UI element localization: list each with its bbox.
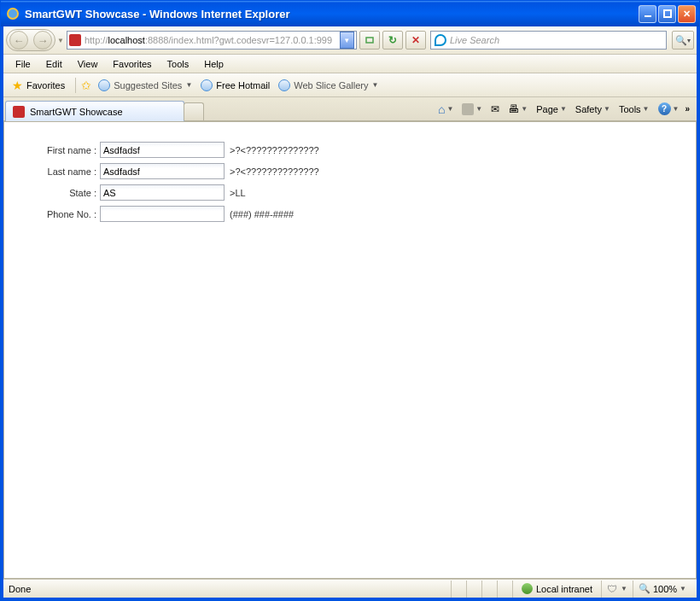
protected-mode[interactable]: 🛡 ▼: [601, 581, 633, 598]
back-button[interactable]: ←: [9, 31, 28, 50]
add-favorite-icon[interactable]: ✩: [81, 79, 91, 92]
status-panes: [451, 581, 512, 598]
refresh-button[interactable]: ↻: [382, 31, 403, 50]
close-button[interactable]: ✕: [678, 5, 696, 23]
suggested-label: Suggested Sites: [114, 80, 182, 90]
zoom-level: 100%: [653, 584, 677, 594]
phone-input[interactable]: [100, 206, 225, 222]
page-content: First name : >?<?????????????? Last name…: [3, 121, 697, 579]
forward-button[interactable]: →: [33, 31, 52, 50]
print-button[interactable]: 🖶▼: [505, 101, 530, 117]
form-row-firstname: First name : >?<??????????????: [33, 139, 667, 160]
firstname-hint: >?<??????????????: [225, 145, 319, 155]
free-hotmail-link[interactable]: Free Hotmail: [199, 78, 271, 93]
webslice-label: Web Slice Gallery: [294, 80, 368, 90]
help-icon: ?: [658, 102, 671, 115]
menu-bar: File Edit View Favorites Tools Help: [3, 55, 697, 73]
overflow-chevron[interactable]: »: [685, 104, 690, 114]
zoom-icon: 🔍: [639, 583, 650, 594]
web-slice-link[interactable]: Web Slice Gallery ▼: [277, 78, 380, 93]
maximize-button[interactable]: [658, 5, 676, 23]
status-pane: [481, 581, 497, 598]
status-text: Done: [9, 584, 451, 594]
home-button[interactable]: ⌂▼: [435, 101, 456, 118]
minimize-button[interactable]: [639, 5, 656, 23]
printer-icon: 🖶: [508, 102, 519, 115]
globe-icon: [522, 583, 533, 594]
menu-tools[interactable]: Tools: [160, 57, 196, 71]
url-scheme: http://: [85, 35, 108, 45]
read-mail-button[interactable]: ✉: [488, 102, 502, 117]
mail-icon: ✉: [491, 103, 499, 115]
help-button[interactable]: ?▼: [656, 101, 682, 117]
ie-icon: [278, 79, 290, 91]
star-icon: ★: [12, 79, 23, 92]
phone-hint: (###) ###-####: [225, 209, 294, 219]
status-bar: Done Local intranet 🛡 ▼ 🔍 100% ▼: [3, 579, 697, 598]
zone-label: Local intranet: [536, 584, 592, 594]
command-bar: ⌂▼ ▼ ✉ 🖶▼ Page ▼ Safety ▼ Tools ▼ ?▼ »: [204, 97, 695, 120]
form-row-phone: Phone No. : (###) ###-####: [33, 203, 667, 225]
compat-view-button[interactable]: [359, 31, 380, 50]
ie-icon: [98, 79, 110, 91]
search-bar[interactable]: Live Search: [430, 31, 667, 50]
tab-active[interactable]: SmartGWT Showcase: [5, 101, 184, 121]
home-icon: ⌂: [438, 102, 445, 116]
search-go-button[interactable]: 🔍▾: [672, 31, 694, 50]
tab-favicon: [13, 106, 25, 118]
address-bar[interactable]: http://localhost:8888/index.html?gwt.cod…: [67, 31, 357, 50]
site-icon: [69, 34, 81, 46]
menu-edit[interactable]: Edit: [39, 57, 69, 71]
separator: [75, 78, 76, 93]
state-input[interactable]: [100, 184, 225, 201]
bing-icon: [435, 34, 446, 46]
zoom-control[interactable]: 🔍 100% ▼: [633, 581, 691, 598]
lastname-label: Last name :: [33, 166, 100, 177]
safety-label: Safety: [575, 104, 602, 114]
firstname-label: First name :: [33, 145, 100, 155]
stop-button[interactable]: ✕: [405, 31, 426, 50]
new-tab-button[interactable]: [184, 102, 204, 120]
state-hint: >LL: [225, 188, 246, 198]
chevron-down-icon: ▼: [371, 81, 378, 89]
feeds-button[interactable]: ▼: [459, 102, 485, 117]
ie-icon: [201, 79, 213, 91]
shield-icon: 🛡: [607, 583, 617, 595]
window-controls: ✕: [639, 5, 696, 23]
security-zone[interactable]: Local intranet: [512, 581, 601, 598]
window-title: SmartGWT Showcase - Windows Internet Exp…: [25, 8, 639, 20]
state-label: State :: [33, 188, 100, 198]
status-pane: [466, 581, 481, 598]
rss-icon: [462, 103, 474, 115]
nav-toolbar: ← → ▼ http://localhost:8888/index.html?g…: [3, 26, 697, 55]
hotmail-label: Free Hotmail: [216, 80, 270, 90]
svg-point-0: [8, 9, 18, 19]
menu-view[interactable]: View: [71, 57, 105, 71]
menu-help[interactable]: Help: [197, 57, 230, 71]
firstname-input[interactable]: [100, 142, 225, 158]
status-pane: [451, 581, 466, 598]
url-text[interactable]: http://localhost:8888/index.html?gwt.cod…: [85, 35, 340, 45]
suggested-sites-link[interactable]: Suggested Sites ▼: [96, 78, 194, 93]
page-menu[interactable]: Page ▼: [534, 102, 569, 116]
menu-file[interactable]: File: [9, 57, 38, 71]
url-dropdown[interactable]: ▾: [340, 32, 354, 49]
favorites-button[interactable]: ★ Favorites: [7, 77, 70, 94]
url-path: :8888/index.html?gwt.codesvr=127.0.0.1:9…: [145, 35, 332, 45]
menu-favorites[interactable]: Favorites: [106, 57, 158, 71]
lastname-hint: >?<??????????????: [225, 166, 319, 177]
browser-chrome: ← → ▼ http://localhost:8888/index.html?g…: [1, 26, 699, 598]
nav-history-dropdown[interactable]: ▼: [57, 37, 64, 44]
titlebar: SmartGWT Showcase - Windows Internet Exp…: [1, 1, 699, 26]
safety-menu[interactable]: Safety ▼: [573, 102, 613, 116]
svg-rect-1: [645, 15, 651, 17]
tab-bar: SmartGWT Showcase ⌂▼ ▼ ✉ 🖶▼ Page ▼ Safet…: [3, 97, 697, 121]
tools-menu[interactable]: Tools ▼: [616, 102, 652, 116]
phone-label: Phone No. :: [33, 209, 100, 219]
ie-window: SmartGWT Showcase - Windows Internet Exp…: [0, 0, 700, 601]
favorites-label: Favorites: [26, 80, 65, 90]
nav-arrows: ← →: [6, 29, 55, 51]
page-label: Page: [536, 104, 558, 114]
chevron-down-icon: ▼: [621, 585, 627, 592]
lastname-input[interactable]: [100, 163, 225, 179]
